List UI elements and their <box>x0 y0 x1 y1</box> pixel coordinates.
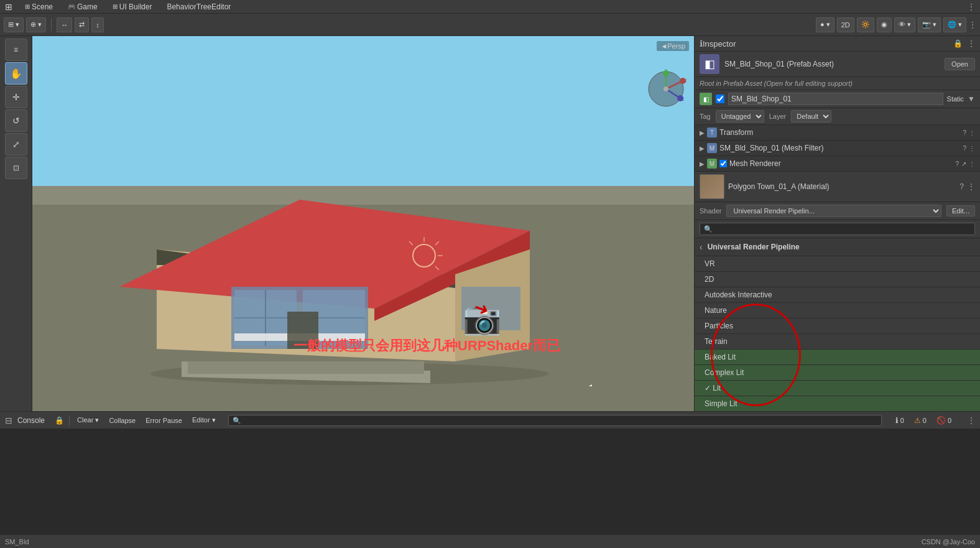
toolbar-pivot-btn[interactable]: ⊕ ▾ <box>26 17 46 32</box>
meshfilter-help-btn[interactable]: ? <box>963 145 966 152</box>
shader-edit-button[interactable]: Edit... <box>946 205 975 216</box>
tool-move[interactable]: ✛ <box>5 86 27 108</box>
prefab-info: SM_Bld_Shop_01 (Prefab Asset) <box>724 60 945 68</box>
building-container <box>107 150 592 386</box>
console-more[interactable]: ⋮ <box>968 416 975 425</box>
transform-arrow[interactable]: ▶ <box>700 129 705 136</box>
console-editor-btn[interactable]: Editor ▾ <box>190 415 218 425</box>
bottom-status: SM_Bld CSDN @Jay-Coo <box>0 534 980 548</box>
shader-search-input[interactable] <box>700 223 975 235</box>
shader-item-vr[interactable]: VR <box>695 256 980 272</box>
material-help-btn[interactable]: ? <box>959 182 964 191</box>
inspector-panel: ℹ Inspector 🔒 ⋮ ◧ SM_Bld_Shop_01 (Prefab… <box>694 36 980 411</box>
menu-uibuilder[interactable]: ⊞ UI Builder <box>110 1 155 12</box>
info-icon: ℹ <box>895 416 899 425</box>
transform-menu-btn[interactable]: ⋮ <box>969 129 975 136</box>
meshfilter-menu-btn[interactable]: ⋮ <box>969 145 975 152</box>
console-separator-1 <box>69 416 70 425</box>
shader-item-simplelit[interactable]: Simple Lit <box>695 396 980 411</box>
urp-back-btn[interactable]: ‹ <box>700 242 703 252</box>
toolbar-2d-btn[interactable]: 2D <box>837 17 854 32</box>
material-menu-btn[interactable]: ⋮ <box>968 182 975 191</box>
open-button[interactable]: Open <box>945 58 975 70</box>
bottom-msg: SM_Bld <box>5 538 922 546</box>
toolbar-separator-1 <box>51 19 52 31</box>
toolbar-sphere-btn[interactable]: ● ▾ <box>816 17 834 32</box>
meshfilter-arrow[interactable]: ▶ <box>700 145 705 152</box>
svg-text:Z: Z <box>682 97 685 101</box>
gizmo: Y X Z <box>644 67 688 111</box>
tool-rotate[interactable]: ↺ <box>5 109 27 132</box>
meshrenderer-menu-btn[interactable]: ⋮ <box>969 160 975 167</box>
svg-point-15 <box>583 383 592 386</box>
console-icon: ⊟ <box>5 416 12 425</box>
go-static-label: Static <box>947 95 964 103</box>
console-clear-btn[interactable]: Clear ▾ <box>75 415 101 425</box>
tag-select[interactable]: Untagged <box>716 110 764 123</box>
console-errorpause-btn[interactable]: Error Pause <box>143 416 185 425</box>
shader-select[interactable]: Universal Render Pipelin... <box>726 205 941 217</box>
lock-icon[interactable]: 🔒 <box>953 39 963 48</box>
console-collapse-btn[interactable]: Collapse <box>106 416 138 425</box>
meshrenderer-help-btn[interactable]: ? <box>955 160 959 167</box>
prefab-name: SM_Bld_Shop_01 (Prefab Asset) <box>724 60 945 68</box>
meshrenderer-arrow[interactable]: ▶ <box>700 160 705 167</box>
tool-hand[interactable]: ✋ <box>5 62 27 85</box>
material-info: Polygon Town_01_A (Material) <box>728 182 956 191</box>
shader-item-autodesk[interactable]: Autodesk Interactive <box>695 287 980 303</box>
component-transform: ▶ T Transform ? ⋮ <box>695 125 980 141</box>
urp-header: ‹ Universal Render Pipeline <box>695 238 980 256</box>
transform-icon: T <box>707 128 717 137</box>
tool-menu[interactable]: ≡ <box>5 39 27 61</box>
meshrenderer-open-btn[interactable]: ↗ <box>961 160 966 167</box>
console-search-input[interactable] <box>228 415 882 426</box>
toolbar-move-btn[interactable]: ↔ <box>57 17 72 32</box>
toolbar-light-btn[interactable]: 🔆 <box>857 17 874 32</box>
go-active-checkbox[interactable] <box>716 95 724 103</box>
shader-item-bakedlit[interactable]: Baked Lit <box>695 350 980 365</box>
material-row: Polygon Town_01_A (Material) ? ⋮ <box>695 172 980 202</box>
toolbar-camera-btn[interactable]: 📷 ▾ <box>918 17 941 32</box>
svg-point-34 <box>663 86 668 91</box>
meshrenderer-checkbox[interactable] <box>719 160 727 167</box>
console-warning-badge: ⚠ 0 <box>910 416 930 425</box>
transform-help-btn[interactable]: ? <box>963 129 966 136</box>
shader-item-terrain[interactable]: Terrain <box>695 334 980 350</box>
shader-item-2d[interactable]: 2D <box>695 272 980 287</box>
menu-scene[interactable]: ⊞ Scene <box>22 1 55 12</box>
toolbar-more[interactable]: ⋮ <box>969 21 976 29</box>
shader-item-complexlit[interactable]: Complex Lit <box>695 365 980 381</box>
toolbar-rotate-btn[interactable]: ⇄ <box>75 17 89 32</box>
shader-item-particles[interactable]: Particles <box>695 318 980 334</box>
viewport[interactable]: 📷 ◄Persp Y X Z 一般 <box>32 36 694 411</box>
toolbar-scale-btn[interactable]: ↕ <box>91 17 104 32</box>
layer-select[interactable]: Default <box>791 110 831 123</box>
inspector-header: ℹ Inspector 🔒 ⋮ <box>695 36 980 52</box>
transform-btns: ? ⋮ <box>963 129 975 136</box>
meshfilter-name: SM_Bld_Shop_01 (Mesh Filter) <box>719 144 960 152</box>
main-area: ≡ ✋ ✛ ↺ ⤢ ⊡ <box>0 36 980 411</box>
go-name-input[interactable] <box>728 93 943 105</box>
toolbar-visibility-btn[interactable]: 👁 ▾ <box>894 17 915 32</box>
menu-behaviortree[interactable]: BehaviorTreeEditor <box>164 1 233 12</box>
material-thumbnail <box>700 174 724 199</box>
tool-rect[interactable]: ⊡ <box>5 157 27 179</box>
toolbar-gizmo-btn[interactable]: 🌐 ▾ <box>943 17 966 32</box>
more-icon[interactable]: ⋮ <box>968 39 975 48</box>
console-badges: ℹ 0 ⚠ 0 🚫 0 <box>892 416 955 425</box>
console-info-badge: ℹ 0 <box>892 416 908 425</box>
toolbar-transform-btn[interactable]: ⊞ ▾ <box>4 17 24 32</box>
svg-text:Y: Y <box>665 68 668 73</box>
shader-item-lit[interactable]: Lit <box>695 381 980 396</box>
console-lock-icon[interactable]: 🔒 <box>55 416 64 425</box>
shader-item-nature[interactable]: Nature <box>695 303 980 318</box>
tag-label: Tag <box>700 113 711 120</box>
meshfilter-icon: M <box>707 143 717 153</box>
menu-game[interactable]: 🎮 Game <box>65 1 100 12</box>
tool-scale[interactable]: ⤢ <box>5 133 27 156</box>
viewport-persp-label: ◄Persp <box>657 41 689 51</box>
menu-more[interactable]: ⋮ <box>968 2 975 11</box>
toolbar-audio-btn[interactable]: ◉ <box>877 17 892 32</box>
prefab-row: ◧ SM_Bld_Shop_01 (Prefab Asset) Open <box>695 52 980 77</box>
go-static-arrow[interactable]: ▼ <box>968 95 975 103</box>
